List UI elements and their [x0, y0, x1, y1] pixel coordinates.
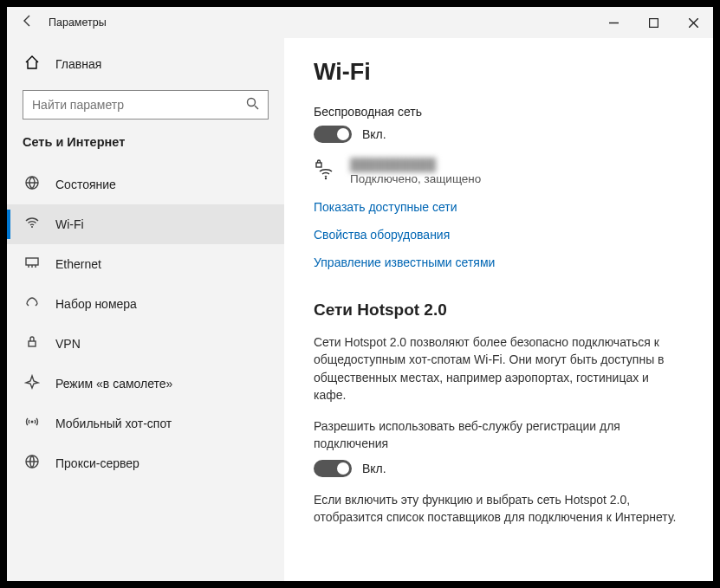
ethernet-icon — [23, 255, 42, 274]
search-field[interactable] — [32, 98, 246, 112]
hotspot-icon — [23, 414, 42, 433]
close-button[interactable] — [673, 7, 713, 38]
sidebar-item-home[interactable]: Главная — [7, 45, 284, 83]
sidebar-item-ethernet[interactable]: Ethernet — [7, 244, 284, 284]
settings-window: Параметры Главная — [7, 7, 713, 581]
wifi-secure-icon — [314, 157, 340, 186]
sidebar-item-status[interactable]: Состояние — [7, 165, 284, 204]
hotspot-reg-toggle[interactable] — [314, 460, 352, 477]
link-show-available[interactable]: Показать доступные сети — [314, 200, 684, 214]
back-button[interactable] — [7, 14, 49, 31]
wifi-toggle-state: Вкл. — [362, 127, 386, 141]
search-icon — [246, 97, 259, 113]
airplane-icon — [23, 374, 42, 393]
svg-point-6 — [31, 421, 34, 423]
hotspot-reg-toggle-state: Вкл. — [362, 462, 386, 475]
home-label: Главная — [55, 57, 101, 71]
connection-status: Подключено, защищено — [350, 172, 481, 185]
sidebar-item-airplane[interactable]: Режим «в самолете» — [7, 364, 284, 404]
svg-point-3 — [31, 226, 33, 228]
wireless-label: Беспроводная сеть — [314, 105, 684, 119]
maximize-button[interactable] — [633, 7, 673, 38]
svg-rect-5 — [29, 341, 36, 346]
sidebar: Главная Сеть и Интернет Состояни — [7, 38, 284, 581]
reg-desc: Если включить эту функцию и выбрать сеть… — [314, 491, 684, 527]
ssid-hidden: ██████████ — [350, 158, 436, 171]
svg-rect-4 — [26, 258, 38, 265]
sidebar-item-wifi[interactable]: Wi-Fi — [7, 204, 284, 244]
page-title: Wi-Fi — [314, 59, 684, 86]
current-connection[interactable]: ██████████ Подключено, защищено — [314, 157, 684, 186]
vpn-icon — [23, 334, 42, 353]
link-hardware-props[interactable]: Свойства оборудования — [314, 228, 684, 242]
search-input[interactable] — [23, 90, 269, 120]
titlebar: Параметры — [7, 7, 713, 38]
reg-label: Разрешить использовать веб-службу регист… — [314, 417, 684, 453]
home-icon — [23, 55, 42, 74]
svg-point-8 — [325, 178, 327, 179]
sidebar-item-hotspot[interactable]: Мобильный хот-спот — [7, 404, 284, 443]
hotspot-desc: Сети Hotspot 2.0 позволяют более безопас… — [314, 333, 684, 404]
sidebar-item-vpn[interactable]: VPN — [7, 324, 284, 364]
window-title: Параметры — [49, 16, 107, 29]
hotspot-heading: Сети Hotspot 2.0 — [314, 300, 684, 320]
main-panel: Wi-Fi Беспроводная сеть Вкл. ██████████ … — [284, 38, 713, 581]
globe-icon — [23, 175, 42, 194]
wifi-icon — [23, 215, 42, 234]
dialup-icon — [23, 294, 42, 313]
svg-point-1 — [248, 99, 256, 107]
minimize-button[interactable] — [594, 7, 633, 38]
link-known-networks[interactable]: Управление известными сетями — [314, 255, 684, 269]
svg-rect-9 — [316, 163, 321, 167]
proxy-icon — [23, 454, 42, 473]
wifi-toggle[interactable] — [314, 126, 352, 143]
sidebar-item-proxy[interactable]: Прокси-сервер — [7, 443, 284, 483]
svg-rect-0 — [649, 18, 658, 27]
sidebar-section-title: Сеть и Интернет — [7, 135, 284, 165]
sidebar-item-dialup[interactable]: Набор номера — [7, 284, 284, 324]
